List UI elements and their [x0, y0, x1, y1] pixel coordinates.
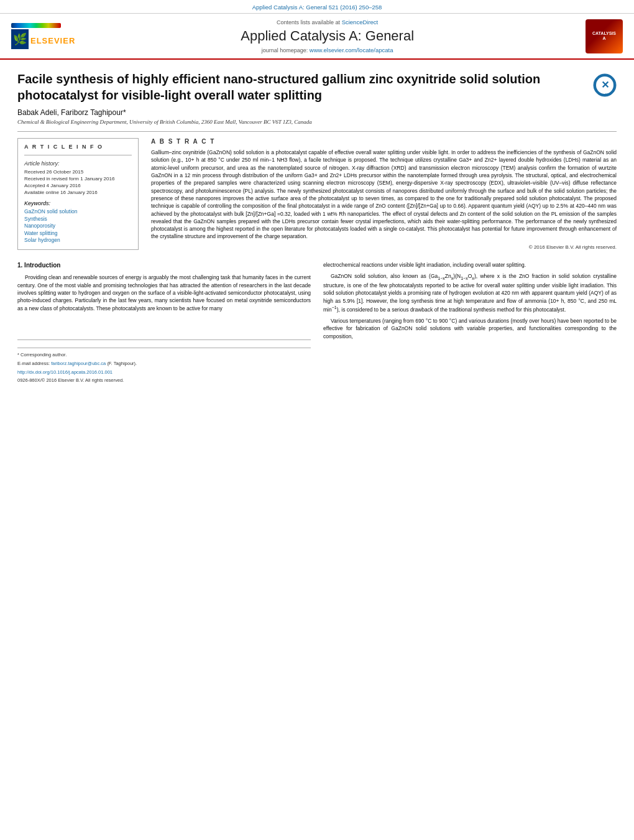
contents-line: Contents lists available at ScienceDirec…: [75, 19, 579, 25]
received-date: Received 26 October 2015: [24, 169, 132, 175]
keyword-2: Synthesis: [24, 216, 132, 222]
journal-reference-bar: Applied Catalysis A: General 521 (2016) …: [0, 0, 634, 14]
intro-heading: 1. Introduction: [17, 261, 311, 270]
journal-header: 🌿 ELSEVIER Contents lists available at S…: [0, 14, 634, 60]
svg-text:🌿: 🌿: [13, 32, 27, 46]
footer-area: * Corresponding author. E-mail address: …: [17, 316, 311, 385]
keywords-section: Keywords: GaZnON solid solution Synthesi…: [24, 200, 132, 243]
elsevier-tree-icon: 🌿: [11, 29, 29, 49]
keyword-3: Nanoporosity: [24, 223, 132, 229]
sciencedirect-link[interactable]: ScienceDirect: [342, 19, 379, 25]
intro-right-para-1: electrochemical reactions under visible …: [323, 261, 617, 269]
article-history-label: Article history:: [24, 160, 132, 167]
abstract-copyright: © 2016 Elsevier B.V. All rights reserved…: [151, 244, 617, 250]
email-line: E-mail address: fariborz.taghipour@ubc.c…: [17, 361, 311, 367]
affiliation: Chemical & Biological Engineering Depart…: [17, 119, 617, 125]
keywords-label: Keywords:: [24, 200, 132, 206]
article-info-heading: A R T I C L E I N F O: [24, 144, 132, 150]
authors: Babak Adeli, Fariborz Taghipour*: [17, 108, 617, 117]
info-divider: [24, 155, 132, 155]
homepage-link[interactable]: www.elsevier.com/locate/apcata: [310, 47, 393, 53]
elsevier-logo: 🌿 ELSEVIER: [11, 23, 75, 49]
online-date: Available online 16 January 2016: [24, 190, 132, 195]
crossmark-icon: ✕ CrossMark: [593, 73, 617, 97]
elsevier-name-text: ELSEVIER: [30, 36, 75, 45]
journal-center: Contents lists available at ScienceDirec…: [75, 19, 579, 53]
keyword-1: GaZnON solid solution: [24, 208, 132, 215]
article-info-abstract-section: A R T I C L E I N F O Article history: R…: [17, 138, 617, 250]
catalysis-logo-image: CATALYSISA: [586, 19, 623, 53]
abstract-col: A B S T R A C T Gallium–zinc oxynitride …: [151, 138, 617, 250]
article-title-section: Facile synthesis of highly efficient nan…: [17, 71, 617, 103]
page: Applied Catalysis A: General 521 (2016) …: [0, 0, 634, 840]
article-info-col: A R T I C L E I N F O Article history: R…: [17, 138, 139, 250]
email-link[interactable]: fariborz.taghipour@ubc.ca: [51, 361, 106, 366]
catalysis-logo: CATALYSISA: [579, 19, 623, 53]
svg-text:CrossMark: CrossMark: [599, 93, 610, 96]
article-title: Facile synthesis of highly efficient nan…: [17, 71, 586, 103]
footer-section: * Corresponding author. E-mail address: …: [17, 348, 311, 385]
keyword-5: Solar hydrogen: [24, 237, 132, 243]
intro-right-para-3: Various temperatures (ranging from 690 °…: [323, 317, 617, 340]
journal-homepage: journal homepage: www.elsevier.com/locat…: [75, 47, 579, 53]
revised-date: Received in revised form 1 January 2016: [24, 176, 132, 182]
title-divider: [17, 131, 617, 132]
body-section: 1. Introduction Providing clean and rene…: [17, 261, 617, 387]
accepted-date: Accepted 4 January 2016: [24, 183, 132, 188]
doi-link[interactable]: http://dx.doi.org/10.1016/j.apcata.2016.…: [17, 369, 113, 375]
journal-ref-text: Applied Catalysis A: General 521 (2016) …: [252, 4, 382, 11]
crossmark[interactable]: ✕ CrossMark: [593, 73, 617, 98]
main-content: Facile synthesis of highly efficient nan…: [0, 60, 634, 397]
journal-title: Applied Catalysis A: General: [75, 28, 579, 44]
intro-right-para-2: GaZnON solid solution, also known as (Ga…: [323, 272, 617, 313]
keyword-4: Water splitting: [24, 230, 132, 236]
article-info-box: A R T I C L E I N F O Article history: R…: [17, 138, 139, 250]
doi-line: http://dx.doi.org/10.1016/j.apcata.2016.…: [17, 369, 311, 376]
elsevier-color-bar: [11, 23, 61, 28]
body-right-col: electrochemical reactions under visible …: [323, 261, 617, 387]
corresponding-note: * Corresponding author.: [17, 352, 311, 359]
body-left-col: 1. Introduction Providing clean and rene…: [17, 261, 311, 387]
svg-text:✕: ✕: [601, 80, 609, 90]
footer-divider: [17, 339, 311, 340]
intro-para-1: Providing clean and renewable sources of…: [17, 274, 311, 312]
abstract-heading: A B S T R A C T: [151, 138, 617, 145]
issn-line: 0926-860X/© 2016 Elsevier B.V. All right…: [17, 377, 311, 384]
abstract-text: Gallium–zinc oxynitride (GaZnON) solid s…: [151, 149, 617, 241]
